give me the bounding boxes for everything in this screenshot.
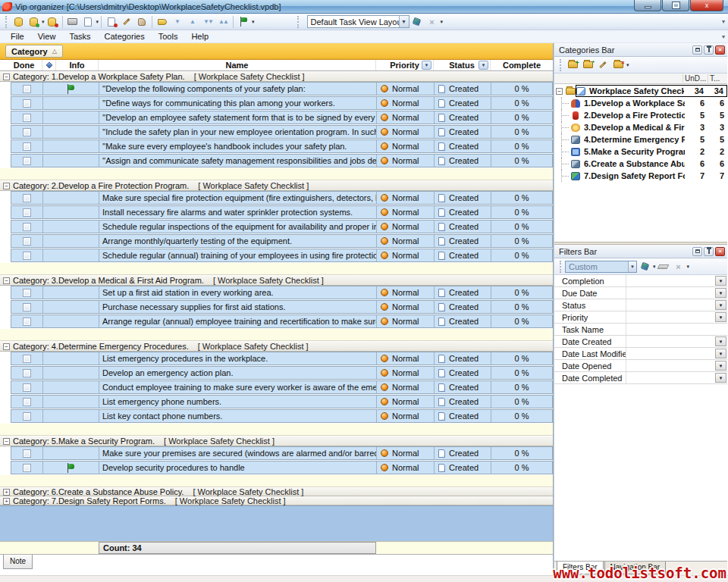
- collapse-icon[interactable]: −: [3, 183, 10, 189]
- task-row[interactable]: ''Make sure every employee's handbook in…: [11, 139, 553, 153]
- filter-value-field[interactable]: [626, 311, 714, 323]
- done-checkbox[interactable]: [23, 208, 31, 217]
- task-row[interactable]: Schedule regular (annual) training of yo…: [11, 249, 553, 262]
- customize-layout-button[interactable]: [410, 14, 425, 29]
- filter-dropdown-button[interactable]: ▼: [715, 349, 726, 358]
- filter-row[interactable]: Date Last Modified▼: [554, 348, 727, 360]
- tree-root-selection[interactable]: Workplace Safety Checklist3434: [576, 85, 727, 97]
- tree-item-row[interactable]: 1.Develop a Workplace Safety66: [554, 97, 727, 109]
- flag-dropdown-icon[interactable]: ▾: [252, 19, 255, 25]
- print-button[interactable]: [65, 14, 80, 29]
- print-dropdown-icon[interactable]: ▾: [96, 19, 99, 25]
- filter-row[interactable]: Date Opened▼: [554, 360, 727, 372]
- open-database-button[interactable]: [26, 14, 41, 29]
- done-checkbox[interactable]: [23, 128, 31, 136]
- panel-restore-button[interactable]: [692, 45, 702, 55]
- done-checkbox[interactable]: [23, 252, 31, 260]
- done-checkbox[interactable]: [23, 464, 31, 472]
- filter-dropdown-button[interactable]: ▼: [715, 361, 726, 371]
- filter-value-field[interactable]: [626, 324, 714, 335]
- filter-value-field[interactable]: [626, 275, 714, 286]
- task-row[interactable]: ''Develop the following components of yo…: [11, 82, 553, 95]
- task-row[interactable]: Make sure your premises are secured (win…: [11, 446, 553, 460]
- collapse-icon[interactable]: −: [3, 438, 10, 445]
- done-checkbox[interactable]: [23, 223, 31, 231]
- menu-item-file[interactable]: File: [5, 31, 30, 42]
- category-header-row[interactable]: −Category: 1.Develop a Workplace Safety …: [0, 71, 553, 82]
- task-row[interactable]: List emergency procedures in the workpla…: [11, 352, 553, 365]
- expand-icon[interactable]: +: [3, 498, 10, 505]
- collapse-icon[interactable]: −: [3, 74, 10, 80]
- filter-dropdown-button[interactable]: ▼: [715, 288, 726, 298]
- category-header-row[interactable]: +Category: 6.Create a Substance Abuse Po…: [0, 487, 553, 496]
- minimize-button[interactable]: [634, 0, 661, 11]
- filter-value-field[interactable]: [626, 360, 714, 371]
- priority-filter-dropdown[interactable]: ▼: [422, 61, 431, 70]
- status-filter-dropdown[interactable]: ▼: [479, 61, 488, 70]
- layout-options-dropdown-icon[interactable]: ▾: [441, 19, 444, 25]
- done-checkbox[interactable]: [23, 99, 31, 108]
- menu-overflow-chevron[interactable]: ▾: [722, 33, 725, 40]
- new-category-button[interactable]: +: [565, 58, 580, 72]
- apply-filter-dropdown-icon[interactable]: ▾: [653, 264, 656, 270]
- expand-icon[interactable]: +: [3, 489, 10, 496]
- task-row[interactable]: List key contact phone numbers.NormalCre…: [11, 409, 553, 423]
- category-header-row[interactable]: −Category: 3.Develop a Medical & First A…: [0, 275, 553, 286]
- menu-item-tasks[interactable]: Tasks: [63, 31, 96, 42]
- move-top-button[interactable]: ▲▲: [215, 14, 231, 29]
- done-checkbox[interactable]: [23, 289, 31, 297]
- task-row[interactable]: ''Include the safety plan in your new em…: [11, 125, 553, 139]
- column-header-name[interactable]: Name: [99, 60, 376, 70]
- panel-restore-button[interactable]: [692, 247, 702, 256]
- filter-row[interactable]: Status▼: [554, 299, 727, 311]
- toolbar-overflow-chevron[interactable]: ▾: [722, 18, 725, 25]
- task-row[interactable]: Make sure special fire protection equipm…: [11, 191, 553, 205]
- menu-item-tools[interactable]: Tools: [152, 31, 184, 42]
- column-header-info[interactable]: Info: [56, 60, 99, 70]
- print-preview-button[interactable]: [80, 14, 96, 29]
- new-database-button[interactable]: [11, 14, 26, 29]
- close-button[interactable]: x: [690, 0, 723, 11]
- category-header-row[interactable]: +Category: 7.Design Safety Report Forms.…: [0, 496, 553, 505]
- panel-close-button[interactable]: ×: [715, 45, 725, 55]
- panel-pin-button[interactable]: [704, 247, 714, 256]
- done-checkbox[interactable]: [23, 85, 31, 93]
- move-up-button[interactable]: ▲: [185, 14, 200, 29]
- group-by-category-button[interactable]: Category △: [5, 45, 63, 58]
- task-row[interactable]: List emergency phone numbers.NormalCreat…: [11, 395, 553, 408]
- apply-filter-button[interactable]: [637, 259, 652, 274]
- filter-row[interactable]: Priority▼: [554, 311, 727, 324]
- category-header-row[interactable]: −Category: 2.Develop a Fire Protection P…: [0, 180, 553, 191]
- tree-item-row[interactable]: 6.Create a Substance Abuse P66: [554, 158, 727, 170]
- filter-dropdown-button[interactable]: ▼: [715, 373, 726, 383]
- category-header-row[interactable]: −Category: 4.Determine Emergency Procedu…: [0, 341, 553, 352]
- edit-task-button[interactable]: [119, 14, 134, 29]
- column-header-priority[interactable]: Priority▼: [376, 60, 434, 70]
- collapse-icon[interactable]: −: [556, 88, 563, 95]
- done-checkbox[interactable]: [23, 237, 31, 246]
- filter-value-field[interactable]: [626, 299, 714, 311]
- filter-row[interactable]: Date Created▼: [554, 336, 727, 348]
- collapse-icon[interactable]: −: [3, 277, 10, 284]
- task-row[interactable]: Conduct employee training to make sure e…: [11, 380, 553, 394]
- task-row[interactable]: Arrange regular (annual) employee traini…: [11, 314, 553, 328]
- filter-row[interactable]: Task Name: [554, 324, 727, 336]
- tree-item-row[interactable]: 7.Design Safety Report Forms.77: [554, 170, 727, 182]
- edit-category-button[interactable]: [595, 58, 610, 72]
- filter-dropdown-button[interactable]: ▼: [715, 312, 726, 322]
- filter-value-field[interactable]: [626, 372, 714, 383]
- column-header-icon[interactable]: [42, 60, 56, 70]
- clear-filter-button[interactable]: [656, 259, 671, 274]
- new-subcategory-button[interactable]: *: [580, 58, 595, 72]
- task-row[interactable]: Set up a first aid station in every work…: [11, 286, 553, 299]
- done-checkbox[interactable]: [23, 398, 31, 406]
- done-checkbox[interactable]: [23, 142, 31, 151]
- tree-item-row[interactable]: 2.Develop a Fire Protection Pro55: [554, 109, 727, 121]
- delete-filter-button[interactable]: ×: [671, 259, 686, 274]
- note-tab[interactable]: Note: [3, 555, 33, 569]
- done-checkbox[interactable]: [23, 303, 31, 311]
- layout-combo-dropdown-icon[interactable]: ▼: [399, 16, 409, 27]
- filter-combo-dropdown-icon[interactable]: ▼: [628, 261, 636, 272]
- open-database-dropdown-icon[interactable]: ▾: [42, 19, 45, 25]
- categories-toolbar-options-chevron[interactable]: ▾: [626, 62, 629, 68]
